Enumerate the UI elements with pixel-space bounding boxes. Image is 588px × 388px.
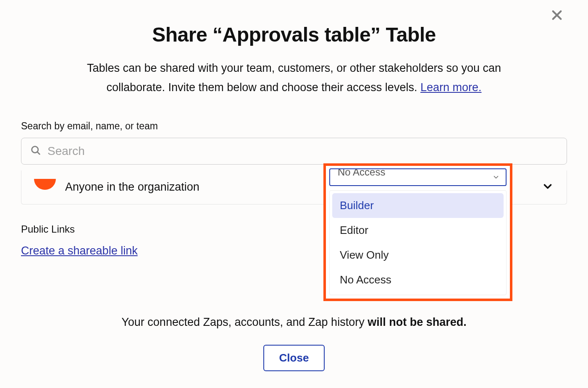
modal-title: Share “Approvals table” Table [21, 23, 567, 46]
footer-lead: Your connected Zaps, accounts, and Zap h… [121, 316, 368, 328]
search-input[interactable] [47, 144, 558, 158]
modal-footer: Your connected Zaps, accounts, and Zap h… [0, 316, 588, 371]
access-option-builder[interactable]: Builder [332, 193, 504, 218]
close-icon[interactable] [550, 8, 564, 22]
access-option-no-access[interactable]: No Access [332, 267, 504, 292]
search-icon [30, 144, 42, 158]
chevron-down-icon [492, 172, 500, 184]
footer-strong: will not be shared. [368, 316, 467, 328]
org-icon [34, 179, 56, 190]
modal-subtitle: Tables can be shared with your team, cus… [63, 59, 525, 97]
access-option-view-only[interactable]: View Only [332, 243, 504, 267]
access-dropdown-open: No Access Builder Editor View Only No Ac… [323, 163, 512, 301]
search-box[interactable] [21, 138, 567, 165]
access-selected-value: No Access [338, 168, 385, 178]
access-dropdown-list: Builder Editor View Only No Access [329, 190, 507, 295]
close-button[interactable]: Close [263, 345, 325, 371]
access-dropdown-trigger[interactable]: No Access [329, 168, 507, 186]
svg-line-3 [37, 152, 40, 155]
learn-more-link[interactable]: Learn more. [420, 81, 482, 94]
create-shareable-link[interactable]: Create a shareable link [21, 244, 138, 257]
chevron-down-icon[interactable] [541, 180, 554, 194]
search-label: Search by email, name, or team [21, 121, 567, 132]
footer-note: Your connected Zaps, accounts, and Zap h… [0, 316, 588, 329]
access-option-editor[interactable]: Editor [332, 218, 504, 243]
